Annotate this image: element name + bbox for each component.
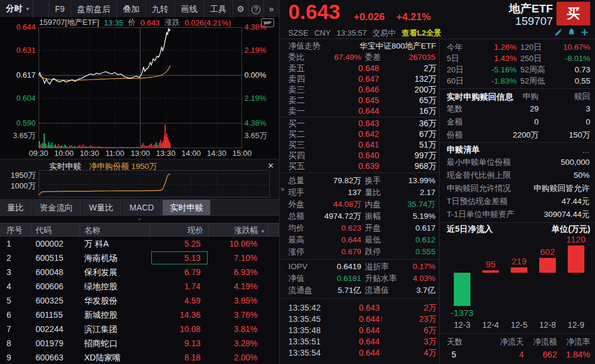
ask-level-row[interactable]: 卖五0.6482万: [280, 63, 439, 74]
edit-pencil-icon[interactable]: [555, 28, 562, 36]
help-button[interactable]: ?: [248, 0, 263, 18]
row-code: 000002: [31, 237, 80, 251]
close-icon[interactable]: ✕: [266, 161, 276, 171]
bid-level-row[interactable]: 买一0.64336万: [280, 118, 439, 129]
redemption-row: 申购赎回允许情况申购赎回皆允许: [440, 182, 595, 195]
trading-status: 交易中: [373, 28, 396, 37]
panel-collapse-handle[interactable]: ⌄: [128, 216, 151, 222]
trading-app-window: 分时 ▾ F9盘前盘后叠加九转画线工具 ⚙ ? » 159707[地产ETF] …: [0, 0, 595, 364]
stat-label: 均价: [280, 222, 308, 234]
alert-bell-icon[interactable]: [568, 28, 575, 36]
chart-toolbar: 分时 ▾ F9盘前盘后叠加九转画线工具 ⚙ ? »: [0, 0, 279, 18]
y-axis-price-tick: 0.604: [2, 94, 36, 103]
ask-level-row[interactable]: 卖二0.64565万: [280, 95, 439, 106]
tab-volume-ratio[interactable]: 量比: [0, 200, 31, 215]
scroll-gutter: [268, 223, 279, 237]
stat-row: 均价0.623开盘0.617: [280, 222, 439, 234]
settings-button[interactable]: ⚙: [233, 0, 248, 18]
ask-level-row[interactable]: 卖三0.646200万: [280, 84, 439, 95]
stat-value: 13.99%: [399, 175, 439, 187]
add-plus-icon[interactable]: [581, 28, 588, 36]
subscription-rows: 笔数293金额00份额2200万150万: [440, 103, 595, 142]
column-header[interactable]: 涨跌幅▼: [209, 223, 268, 237]
view-mode-dropdown[interactable]: 分时 ▾: [0, 0, 33, 18]
column-header[interactable]: 序号: [0, 223, 31, 237]
column-header[interactable]: 代码: [31, 223, 80, 237]
more-ellipsis-icon[interactable]: ...: [561, 146, 595, 155]
row-code: 001979: [31, 336, 80, 350]
ask-level-row[interactable]: 卖四0.647132万: [280, 74, 439, 84]
redemption-value: 500,000: [529, 156, 595, 169]
help-icon: ?: [252, 5, 260, 14]
l2-panorama-link[interactable]: 查看L2全景: [402, 28, 441, 37]
perf-label: 今年: [440, 41, 466, 53]
table-row[interactable]: 9600663XD陆家嘴8.182.00%: [0, 350, 279, 364]
perf-value: -8.01%: [562, 53, 595, 64]
level-label: 买三: [280, 139, 313, 150]
redemption-row: T日预估现金差额47.44元: [440, 195, 595, 208]
sub-redeem-value: 0: [539, 116, 595, 129]
level-label: 买二: [280, 129, 313, 139]
table-row[interactable]: 6601155新城控股14.363.76%: [0, 308, 279, 322]
netflow-unit-label: 单位(万元): [531, 224, 595, 235]
column-header[interactable]: 名称: [80, 223, 150, 237]
redemption-value: 309074.44元: [529, 208, 595, 221]
table-row[interactable]: 7002244滨江集团10.083.81%: [0, 322, 279, 336]
column-header[interactable]: 现价: [150, 223, 209, 237]
chart-price: 0.643: [141, 18, 160, 27]
toolbar-item-nine-turn[interactable]: 九转: [145, 0, 174, 18]
quote-time: 13:35:57: [336, 28, 367, 37]
stat-label: 总额: [280, 210, 308, 222]
level-price: 0.647: [313, 74, 379, 84]
bid-level-row[interactable]: 买四0.640997万: [280, 150, 439, 161]
row-seq: 9: [0, 350, 31, 364]
ask-level-row[interactable]: 卖一0.64416万: [280, 106, 439, 116]
bid-level-row[interactable]: 买三0.64151万: [280, 139, 439, 150]
bid-level-row[interactable]: 买二0.64267万: [280, 129, 439, 139]
table-row[interactable]: 8001979招商蛇口9.133.28%: [0, 336, 279, 350]
y-axis-pct-tick: 4.38%: [244, 23, 278, 31]
row-change-pct: 3.85%: [209, 293, 268, 308]
intraday-chart[interactable]: 159707[地产ETF] 13:35 价 0.643 涨跌 0.026(4.2…: [0, 18, 279, 158]
bid-level-row[interactable]: 买五0.639968万: [280, 161, 439, 171]
fund-name[interactable]: 华宝中证800地产ETF: [345, 41, 439, 52]
row-change-pct: 6.93%: [209, 265, 268, 279]
tick-volume: 2万: [387, 302, 439, 314]
stat-value: 3.7亿: [399, 285, 439, 296]
table-row[interactable]: 2600515海南机场5.137.10%: [0, 251, 279, 265]
netflow-bar: [511, 267, 527, 273]
table-row[interactable]: 4600606绿地控股1.744.19%: [0, 279, 279, 293]
toolbar-item-overlay[interactable]: 叠加: [116, 0, 145, 18]
table-row[interactable]: 5600325华发股份4.593.85%: [0, 293, 279, 308]
perf-label: 5日: [440, 53, 466, 64]
x-axis-time-tick: 15:00: [229, 149, 255, 158]
table-row[interactable]: 1000002万 科A5.2510.06%: [0, 237, 279, 251]
intraday-plot[interactable]: [39, 27, 242, 150]
level-volume: 16万: [379, 106, 439, 116]
redemption-value: 47.44元: [529, 195, 595, 208]
tab-realtime-subscription[interactable]: 实时申赎: [163, 200, 211, 215]
level-price: 0.640: [313, 150, 379, 161]
tab-w-volume-ratio[interactable]: W量比: [82, 200, 121, 215]
level-price: 0.645: [313, 95, 379, 106]
level-label: 买四: [280, 150, 313, 161]
currency-label: CNY: [314, 28, 330, 37]
netflow-bar: [482, 270, 499, 273]
table-row[interactable]: 3600048保利发展6.796.93%: [0, 265, 279, 279]
stat-value: 5.71亿: [308, 285, 361, 296]
toolbar-item-pre-post-market[interactable]: 盘前盘后: [71, 0, 116, 18]
ask-levels: 卖五0.6482万卖四0.647132万卖三0.646200万卖二0.64565…: [280, 63, 439, 116]
row-seq: 1: [0, 237, 31, 251]
level-label: 卖一: [280, 106, 313, 116]
chart-time: 13:35: [104, 18, 123, 27]
sort-desc-icon: ▼: [260, 229, 265, 234]
tick-row: 13:35:510.6443万: [280, 336, 439, 347]
tab-macd[interactable]: MACD: [122, 200, 161, 215]
mini-plot[interactable]: [39, 170, 270, 199]
more-tools-button[interactable]: »: [263, 0, 279, 18]
buy-button[interactable]: 买: [556, 2, 590, 25]
tab-fund-flow[interactable]: 资金流向: [33, 200, 81, 215]
toolbar-item-f9[interactable]: F9: [49, 0, 71, 18]
toolbar-item-draw-line[interactable]: 画线: [174, 0, 203, 18]
toolbar-item-tools[interactable]: 工具: [203, 0, 233, 18]
